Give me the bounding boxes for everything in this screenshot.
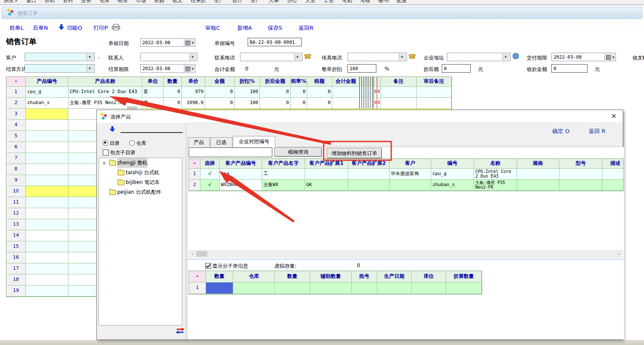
- table-cell[interactable]: [26, 142, 68, 153]
- cell-spec[interactable]: [517, 169, 559, 179]
- col-header[interactable]: 型号: [559, 159, 602, 168]
- col-header[interactable]: 描述: [602, 159, 624, 168]
- tab-product[interactable]: 产品: [188, 137, 210, 147]
- menu-item[interactable]: 销售: [118, 0, 128, 4]
- menu-item[interactable]: 资料: [63, 0, 73, 4]
- table-cell[interactable]: [26, 120, 68, 130]
- add-material-button[interactable]: 增加物料到销售订单: [327, 148, 382, 158]
- chevron-down-icon[interactable]: [189, 54, 197, 60]
- customer-select[interactable]: [25, 53, 95, 61]
- discount-input[interactable]: 100: [347, 64, 376, 73]
- customer-more-link[interactable]: ..: [97, 54, 101, 59]
- catalog-radio-label[interactable]: 目录: [110, 140, 120, 147]
- table-cell[interactable]: [26, 230, 68, 241]
- menu-item[interactable]: 帮助: [45, 0, 55, 4]
- col-header[interactable]: 税额: [307, 77, 332, 86]
- cell-discount[interactable]: 100: [234, 98, 260, 108]
- col-header[interactable]: 产品名称: [68, 77, 142, 86]
- col-header[interactable]: 单价: [182, 77, 205, 86]
- cell-disc-amount[interactable]: 0: [260, 87, 291, 97]
- doc-no-input[interactable]: BA-22-03-08-0001: [248, 38, 302, 46]
- cell-qty[interactable]: 0: [164, 87, 182, 97]
- contact-select[interactable]: [140, 53, 198, 61]
- search-input[interactable]: [189, 147, 272, 157]
- cell-model[interactable]: [559, 169, 602, 179]
- ok-button[interactable]: 确定 O: [552, 127, 569, 135]
- col-header[interactable]: 折算数量: [446, 271, 482, 282]
- table-cell[interactable]: [26, 241, 68, 252]
- cell-spec[interactable]: [517, 180, 559, 190]
- col-header[interactable]: -: [6, 77, 26, 86]
- table-cell[interactable]: [26, 219, 68, 230]
- settle-date-field[interactable]: 2022-03-08: [140, 64, 195, 73]
- show-subclass-checkbox[interactable]: [205, 263, 211, 269]
- table-cell[interactable]: [26, 153, 68, 164]
- menu-item[interactable]: 系统 F: [3, 0, 18, 4]
- include-sub-checkbox[interactable]: [103, 150, 109, 156]
- cell-ext1[interactable]: GK: [305, 180, 348, 190]
- menu-item[interactable]: 秘书: [378, 0, 389, 4]
- cell-ext2[interactable]: [348, 180, 390, 190]
- cell-customer[interactable]: [390, 180, 431, 190]
- cell-amount[interactable]: 0: [205, 98, 234, 108]
- cell-tax-rate[interactable]: 0: [291, 87, 307, 97]
- telephone-icon[interactable]: ☎: [408, 53, 416, 60]
- cell-total-stripes[interactable]: 00: [332, 98, 381, 108]
- table-cell[interactable]: [26, 175, 68, 186]
- cell-selected[interactable]: √: [201, 180, 220, 190]
- cell-product-name[interactable]: CPU-Intel Core 2 Duo E43: [68, 87, 142, 97]
- table-cell[interactable]: [26, 252, 68, 263]
- table-cell[interactable]: [26, 131, 68, 141]
- table-cell[interactable]: [26, 109, 68, 119]
- menu-item[interactable]: 人资: [305, 0, 316, 4]
- chevron-down-icon[interactable]: [87, 65, 94, 72]
- scroll-right-icon[interactable]: ›: [616, 251, 622, 257]
- col-header[interactable]: 辅助数量: [310, 271, 352, 282]
- delivery-date-field[interactable]: 2022-03-08: [551, 53, 616, 61]
- menu-item[interactable]: 配置: [397, 0, 407, 4]
- cell-audit-remark[interactable]: [417, 98, 452, 108]
- telephone-icon[interactable]: ☎: [304, 53, 312, 60]
- address-select[interactable]: [447, 53, 511, 61]
- col-header[interactable]: 审后备注: [417, 77, 452, 86]
- cell-customer-code[interactable]: WXZB001: [220, 180, 262, 190]
- col-header[interactable]: 产品编号: [26, 77, 68, 86]
- menu-item[interactable]: 往来款: [191, 0, 206, 4]
- cell-name[interactable]: 主板-微星 P35 Neo2-FR: [474, 180, 517, 190]
- cell-discount[interactable]: 100: [234, 87, 260, 97]
- table-cell[interactable]: [26, 286, 68, 296]
- horizontal-scrollbar[interactable]: ‹ ›: [189, 250, 623, 257]
- calendar-icon[interactable]: [184, 65, 195, 72]
- cell-selected[interactable]: √: [201, 169, 220, 179]
- cell-location[interactable]: [412, 283, 446, 294]
- cell-ext2[interactable]: [348, 169, 390, 179]
- cell-code[interactable]: zhuban_s: [431, 180, 474, 190]
- cell-warehouse[interactable]: [233, 283, 275, 294]
- return-button[interactable]: 返回 R: [589, 127, 605, 135]
- cell-price[interactable]: 1098.9: [182, 98, 205, 108]
- table-cell[interactable]: [26, 164, 68, 175]
- warehouse-radio[interactable]: [129, 140, 135, 146]
- menu-item[interactable]: 窗口: [26, 0, 37, 4]
- move-down-arrow-icon[interactable]: [110, 126, 115, 133]
- col-header[interactable]: 数量: [164, 77, 182, 86]
- grid-hscrollbar-thumb[interactable]: [127, 107, 137, 109]
- cell-desc[interactable]: [602, 180, 624, 190]
- col-header[interactable]: 客户产品编号: [220, 159, 262, 168]
- table-cell[interactable]: [26, 186, 68, 197]
- col-header[interactable]: 选择: [201, 159, 220, 168]
- function-button[interactable]: 功能O: [67, 24, 82, 32]
- col-header[interactable]: 名称: [474, 159, 517, 168]
- calendar-icon[interactable]: [184, 39, 195, 46]
- cell-unit[interactable]: 套: [142, 87, 164, 97]
- menu-item[interactable]: 仓库: [99, 0, 110, 4]
- cell-qty[interactable]: 0: [164, 98, 182, 108]
- chevron-down-icon[interactable]: [294, 54, 302, 60]
- prev-doc-button[interactable]: 前单L: [9, 24, 23, 32]
- cell-product-code[interactable]: zhuban_s: [26, 98, 68, 108]
- scrollbar-thumb[interactable]: [196, 251, 207, 257]
- globe-icon[interactable]: [512, 53, 520, 61]
- menu-item[interactable]: 生产: [214, 0, 224, 4]
- cell-qty[interactable]: [275, 283, 310, 294]
- col-header[interactable]: 规格: [517, 159, 559, 168]
